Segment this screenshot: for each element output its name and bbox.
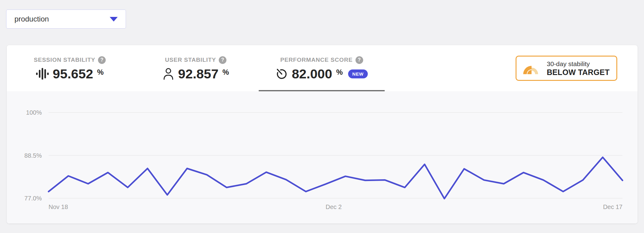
stability-line-chart: 100%88.5%77.0%Nov 18Dec 2Dec 17 (7, 91, 638, 223)
session-stability-value-row: 95.652 % (36, 67, 104, 81)
y-axis-tick-label: 88.5% (24, 152, 42, 159)
environment-dropdown-value: production (14, 15, 49, 23)
session-stability-label-row: SESSION STABILITY ? (34, 56, 106, 64)
help-icon[interactable]: ? (219, 56, 226, 64)
performance-score-unit: % (336, 68, 343, 77)
user-icon (163, 67, 174, 81)
stability-card: SESSION STABILITY ? 95.652 % (7, 45, 638, 223)
metric-tabs: SESSION STABILITY ? 95.652 % (7, 45, 385, 91)
stability-series-line (49, 157, 622, 199)
session-stability-label: SESSION STABILITY (34, 57, 95, 63)
tab-user-stability[interactable]: USER STABILITY ? 92.857 % (133, 45, 259, 91)
waveform-icon (36, 67, 49, 81)
x-axis-tick-label: Nov 18 (49, 203, 68, 210)
y-axis-tick-label: 100% (26, 109, 42, 116)
x-axis-tick-label: Dec 17 (603, 203, 622, 210)
stability-meter-icon (522, 60, 541, 76)
performance-score-label-row: PERFORMANCE SCORE ? (280, 56, 363, 64)
performance-score-label: PERFORMANCE SCORE (280, 57, 352, 63)
tab-performance-score[interactable]: PERFORMANCE SCORE ? 82.000 % NEW (259, 45, 385, 91)
gauge-icon (276, 67, 288, 81)
stability-target-badge[interactable]: 30-day stability BELOW TARGET (516, 56, 617, 81)
user-stability-unit: % (222, 68, 229, 77)
user-stability-label: USER STABILITY (165, 57, 216, 63)
stability-target-status: BELOW TARGET (547, 68, 610, 77)
new-badge: NEW (348, 69, 368, 78)
user-stability-value: 92.857 (178, 67, 219, 81)
performance-score-value: 82.000 (292, 67, 332, 81)
stability-card-header: SESSION STABILITY ? 95.652 % (7, 45, 638, 91)
environment-dropdown[interactable]: production (6, 10, 126, 29)
performance-score-value-row: 82.000 % NEW (276, 67, 368, 81)
stability-target-period: 30-day stability (547, 60, 610, 68)
y-axis-tick-label: 77.0% (24, 195, 42, 202)
session-stability-unit: % (97, 68, 104, 77)
session-stability-value: 95.652 (53, 67, 93, 81)
user-stability-label-row: USER STABILITY ? (165, 56, 226, 64)
x-axis-tick-label: Dec 2 (326, 203, 342, 210)
user-stability-value-row: 92.857 % (163, 67, 229, 81)
help-icon[interactable]: ? (98, 56, 106, 64)
chevron-down-icon (110, 17, 118, 22)
tab-session-stability[interactable]: SESSION STABILITY ? 95.652 % (7, 45, 133, 91)
stability-chart-area: 100%88.5%77.0%Nov 18Dec 2Dec 17 (7, 91, 638, 223)
help-icon[interactable]: ? (355, 56, 363, 64)
stability-target-text: 30-day stability BELOW TARGET (547, 60, 610, 77)
